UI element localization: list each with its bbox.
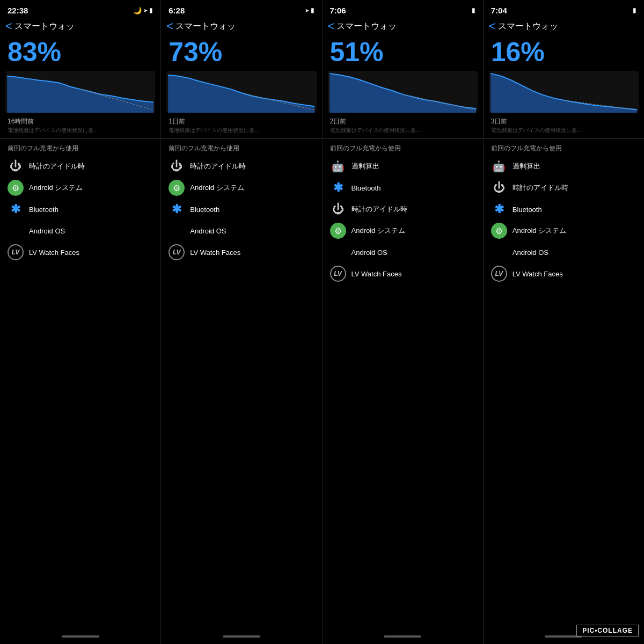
bluetooth-icon: ✱	[172, 202, 181, 216]
time-ago-label: 16時間前	[0, 115, 160, 127]
location-icon: ➤	[305, 8, 309, 13]
app-item[interactable]: Android OS	[491, 241, 636, 263]
svg-marker-6	[491, 74, 637, 113]
app-item[interactable]: ⚙Android システム	[330, 220, 475, 241]
battery-icon: ▮	[311, 6, 314, 14]
divider	[161, 138, 321, 139]
nav-title: スマートウォッ	[175, 21, 236, 32]
power-icon: ⏻	[10, 159, 21, 173]
svg-marker-4	[330, 74, 476, 113]
lv-icon: LV	[169, 244, 185, 260]
screen-1: 22:38🌙➤▮<スマートウォッ83% 16時間前電池残量はデバイスの使用状況に…	[0, 0, 161, 644]
android-icon: ⚙	[491, 223, 507, 239]
app-item[interactable]: 🤖過剰算出	[491, 156, 636, 177]
app-name: LV Watch Faces	[513, 270, 563, 278]
app-item[interactable]: ⏻時計のアイドル時	[169, 156, 314, 177]
battery-chart	[5, 71, 155, 113]
status-time: 7:04	[491, 6, 507, 15]
svg-marker-0	[7, 76, 153, 113]
status-bar: 22:38🌙➤▮	[0, 0, 160, 17]
battery-note: 電池残量はデバイスの使用状況に基...	[161, 127, 321, 137]
home-indicator	[323, 632, 483, 644]
app-list: 🤖過剰算出⏻時計のアイドル時✱Bluetooth⚙Android システムAnd…	[484, 156, 644, 632]
app-item[interactable]: LVLV Watch Faces	[491, 263, 636, 284]
app-name: Bluetooth	[513, 206, 542, 214]
back-button[interactable]: <	[328, 19, 335, 33]
app-item[interactable]: ✱Bluetooth	[491, 199, 636, 220]
lv-icon: LV	[491, 266, 507, 282]
power-icon: ⏻	[493, 181, 505, 195]
app-list: 🤖過剰算出✱Bluetooth⏻時計のアイドル時⚙Android システムAnd…	[323, 156, 483, 632]
app-item[interactable]: LVLV Watch Faces	[169, 241, 314, 263]
battery-chart	[489, 71, 639, 113]
moon-icon: 🌙	[133, 6, 142, 14]
app-item[interactable]: Android OS	[169, 220, 314, 241]
app-name: Android システム	[29, 183, 83, 193]
battery-chart	[328, 71, 478, 113]
home-bar	[62, 635, 99, 638]
status-bar: 7:06▮	[323, 0, 483, 17]
app-name: Android システム	[352, 226, 405, 236]
time-ago-label: 3日前	[484, 115, 644, 127]
nav-title: スマートウォッ	[498, 21, 558, 32]
app-item[interactable]: ⏻時計のアイドル時	[8, 156, 153, 177]
app-name: Android システム	[190, 183, 244, 193]
status-time: 22:38	[8, 6, 28, 15]
battery-note: 電池残量はデバイスの使用状況に基...	[323, 127, 483, 137]
home-indicator	[161, 632, 321, 644]
status-bar: 6:28➤▮	[161, 0, 321, 17]
app-item[interactable]: 🤖過剰算出	[330, 156, 475, 177]
divider	[323, 138, 483, 139]
home-bar	[223, 635, 260, 638]
svg-marker-2	[168, 75, 314, 113]
spacer-icon	[491, 244, 507, 260]
spacer-icon	[169, 223, 185, 239]
status-icons: ▮	[472, 6, 475, 14]
app-item[interactable]: Android OS	[8, 220, 153, 241]
section-label: 前回のフル充電から使用	[323, 140, 483, 156]
spacer-icon	[8, 223, 24, 239]
battery-note: 電池残量はデバイスの使用状況に基...	[484, 127, 644, 137]
battery-percentage: 51%	[323, 36, 483, 68]
back-button[interactable]: <	[5, 19, 12, 33]
status-bar: 7:04▮	[484, 0, 644, 17]
back-button[interactable]: <	[166, 19, 173, 33]
nav-bar: <スマートウォッ	[323, 17, 483, 36]
app-name: LV Watch Faces	[29, 248, 79, 257]
app-item[interactable]: ⚙Android システム	[8, 177, 153, 199]
app-item[interactable]: Android OS	[330, 241, 475, 263]
status-icons: ▮	[633, 6, 636, 14]
app-item[interactable]: ✱Bluetooth	[8, 199, 153, 220]
section-label: 前回のフル充電から使用	[161, 140, 321, 156]
app-item[interactable]: ⚙Android システム	[169, 177, 314, 199]
app-item[interactable]: ⏻時計のアイドル時	[491, 177, 636, 199]
app-name: 時計のアイドル時	[513, 183, 568, 193]
bluetooth-icon: ✱	[494, 202, 504, 216]
app-item[interactable]: ✱Bluetooth	[169, 199, 314, 220]
app-item[interactable]: ✱Bluetooth	[330, 177, 475, 199]
battery-icon: ▮	[633, 6, 636, 14]
app-name: 過剰算出	[513, 162, 540, 171]
status-icons: 🌙➤▮	[133, 6, 153, 14]
status-icons: ➤▮	[305, 6, 314, 14]
nav-bar: <スマートウォッ	[161, 17, 321, 36]
app-item[interactable]: LVLV Watch Faces	[330, 263, 475, 284]
app-list: ⏻時計のアイドル時⚙Android システム✱BluetoothAndroid …	[0, 156, 160, 632]
app-name: 過剰算出	[352, 162, 379, 171]
app-name: Bluetooth	[190, 206, 219, 214]
android-icon: ⚙	[330, 223, 346, 239]
battery-percentage: 73%	[161, 36, 321, 68]
app-item[interactable]: ⏻時計のアイドル時	[330, 199, 475, 220]
location-icon: ➤	[143, 8, 148, 13]
status-time: 7:06	[330, 6, 346, 15]
nav-bar: <スマートウォッ	[484, 17, 644, 36]
app-item[interactable]: LVLV Watch Faces	[8, 241, 153, 263]
divider	[0, 138, 160, 139]
nav-bar: <スマートウォッ	[0, 17, 160, 36]
back-button[interactable]: <	[489, 19, 496, 33]
android-icon: ⚙	[8, 180, 24, 196]
battery-icon: ▮	[472, 6, 475, 14]
section-label: 前回のフル充電から使用	[484, 140, 644, 156]
android-robot-icon: 🤖	[331, 160, 345, 173]
app-item[interactable]: ⚙Android システム	[491, 220, 636, 241]
